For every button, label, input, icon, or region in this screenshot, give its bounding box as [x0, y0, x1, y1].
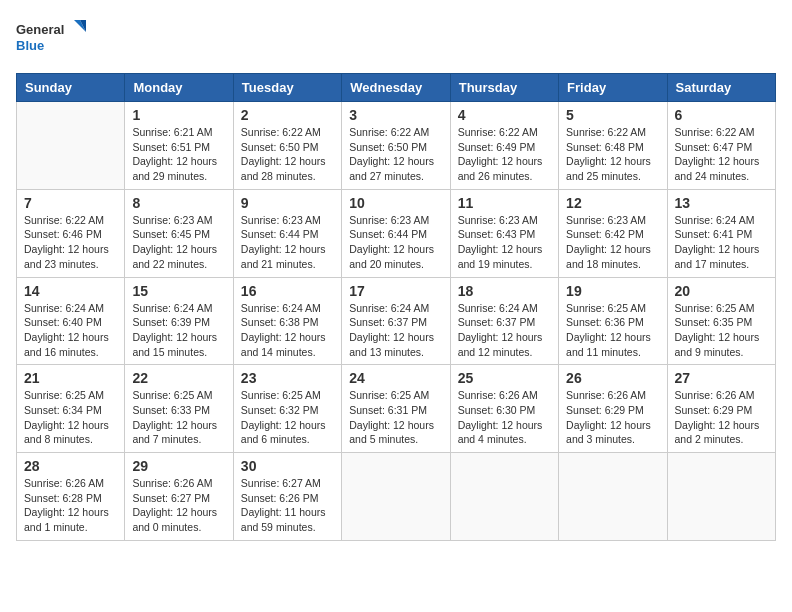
logo: General Blue: [16, 16, 86, 61]
day-number: 18: [458, 283, 551, 299]
calendar-cell: 4Sunrise: 6:22 AM Sunset: 6:49 PM Daylig…: [450, 102, 558, 190]
calendar-cell: 16Sunrise: 6:24 AM Sunset: 6:38 PM Dayli…: [233, 277, 341, 365]
calendar-cell: 7Sunrise: 6:22 AM Sunset: 6:46 PM Daylig…: [17, 189, 125, 277]
day-number: 5: [566, 107, 659, 123]
day-number: 14: [24, 283, 117, 299]
calendar-table: SundayMondayTuesdayWednesdayThursdayFrid…: [16, 73, 776, 541]
day-info: Sunrise: 6:25 AM Sunset: 6:32 PM Dayligh…: [241, 388, 334, 447]
day-info: Sunrise: 6:26 AM Sunset: 6:30 PM Dayligh…: [458, 388, 551, 447]
calendar-cell: 15Sunrise: 6:24 AM Sunset: 6:39 PM Dayli…: [125, 277, 233, 365]
day-header-wednesday: Wednesday: [342, 74, 450, 102]
day-info: Sunrise: 6:24 AM Sunset: 6:39 PM Dayligh…: [132, 301, 225, 360]
day-info: Sunrise: 6:23 AM Sunset: 6:42 PM Dayligh…: [566, 213, 659, 272]
week-row-4: 21Sunrise: 6:25 AM Sunset: 6:34 PM Dayli…: [17, 365, 776, 453]
page-header: General Blue: [16, 16, 776, 61]
day-info: Sunrise: 6:23 AM Sunset: 6:43 PM Dayligh…: [458, 213, 551, 272]
day-header-sunday: Sunday: [17, 74, 125, 102]
calendar-cell: 18Sunrise: 6:24 AM Sunset: 6:37 PM Dayli…: [450, 277, 558, 365]
calendar-cell: 30Sunrise: 6:27 AM Sunset: 6:26 PM Dayli…: [233, 453, 341, 541]
calendar-cell: 28Sunrise: 6:26 AM Sunset: 6:28 PM Dayli…: [17, 453, 125, 541]
day-number: 1: [132, 107, 225, 123]
day-header-saturday: Saturday: [667, 74, 775, 102]
day-info: Sunrise: 6:27 AM Sunset: 6:26 PM Dayligh…: [241, 476, 334, 535]
day-info: Sunrise: 6:22 AM Sunset: 6:47 PM Dayligh…: [675, 125, 768, 184]
calendar-cell: 11Sunrise: 6:23 AM Sunset: 6:43 PM Dayli…: [450, 189, 558, 277]
day-number: 11: [458, 195, 551, 211]
day-info: Sunrise: 6:23 AM Sunset: 6:45 PM Dayligh…: [132, 213, 225, 272]
day-header-monday: Monday: [125, 74, 233, 102]
logo-svg: General Blue: [16, 16, 86, 61]
day-info: Sunrise: 6:24 AM Sunset: 6:37 PM Dayligh…: [458, 301, 551, 360]
day-info: Sunrise: 6:23 AM Sunset: 6:44 PM Dayligh…: [349, 213, 442, 272]
day-header-friday: Friday: [559, 74, 667, 102]
day-info: Sunrise: 6:22 AM Sunset: 6:50 PM Dayligh…: [349, 125, 442, 184]
day-number: 8: [132, 195, 225, 211]
calendar-cell: 3Sunrise: 6:22 AM Sunset: 6:50 PM Daylig…: [342, 102, 450, 190]
day-info: Sunrise: 6:26 AM Sunset: 6:28 PM Dayligh…: [24, 476, 117, 535]
calendar-cell: 25Sunrise: 6:26 AM Sunset: 6:30 PM Dayli…: [450, 365, 558, 453]
day-info: Sunrise: 6:24 AM Sunset: 6:37 PM Dayligh…: [349, 301, 442, 360]
calendar-cell: 17Sunrise: 6:24 AM Sunset: 6:37 PM Dayli…: [342, 277, 450, 365]
calendar-cell: 29Sunrise: 6:26 AM Sunset: 6:27 PM Dayli…: [125, 453, 233, 541]
week-row-1: 1Sunrise: 6:21 AM Sunset: 6:51 PM Daylig…: [17, 102, 776, 190]
day-info: Sunrise: 6:24 AM Sunset: 6:40 PM Dayligh…: [24, 301, 117, 360]
day-number: 30: [241, 458, 334, 474]
day-number: 4: [458, 107, 551, 123]
day-number: 19: [566, 283, 659, 299]
calendar-cell: [450, 453, 558, 541]
week-row-2: 7Sunrise: 6:22 AM Sunset: 6:46 PM Daylig…: [17, 189, 776, 277]
day-number: 21: [24, 370, 117, 386]
day-info: Sunrise: 6:21 AM Sunset: 6:51 PM Dayligh…: [132, 125, 225, 184]
calendar-cell: 13Sunrise: 6:24 AM Sunset: 6:41 PM Dayli…: [667, 189, 775, 277]
day-number: 22: [132, 370, 225, 386]
calendar-cell: 21Sunrise: 6:25 AM Sunset: 6:34 PM Dayli…: [17, 365, 125, 453]
day-number: 12: [566, 195, 659, 211]
day-number: 2: [241, 107, 334, 123]
day-info: Sunrise: 6:25 AM Sunset: 6:33 PM Dayligh…: [132, 388, 225, 447]
day-info: Sunrise: 6:26 AM Sunset: 6:29 PM Dayligh…: [675, 388, 768, 447]
calendar-cell: 8Sunrise: 6:23 AM Sunset: 6:45 PM Daylig…: [125, 189, 233, 277]
day-number: 13: [675, 195, 768, 211]
calendar-cell: [342, 453, 450, 541]
calendar-cell: 9Sunrise: 6:23 AM Sunset: 6:44 PM Daylig…: [233, 189, 341, 277]
day-number: 3: [349, 107, 442, 123]
day-info: Sunrise: 6:24 AM Sunset: 6:38 PM Dayligh…: [241, 301, 334, 360]
calendar-cell: 23Sunrise: 6:25 AM Sunset: 6:32 PM Dayli…: [233, 365, 341, 453]
calendar-cell: [559, 453, 667, 541]
calendar-cell: 12Sunrise: 6:23 AM Sunset: 6:42 PM Dayli…: [559, 189, 667, 277]
svg-text:Blue: Blue: [16, 38, 44, 53]
calendar-cell: 6Sunrise: 6:22 AM Sunset: 6:47 PM Daylig…: [667, 102, 775, 190]
svg-text:General: General: [16, 22, 64, 37]
day-number: 6: [675, 107, 768, 123]
day-header-tuesday: Tuesday: [233, 74, 341, 102]
calendar-cell: 24Sunrise: 6:25 AM Sunset: 6:31 PM Dayli…: [342, 365, 450, 453]
calendar-cell: 26Sunrise: 6:26 AM Sunset: 6:29 PM Dayli…: [559, 365, 667, 453]
calendar-cell: 20Sunrise: 6:25 AM Sunset: 6:35 PM Dayli…: [667, 277, 775, 365]
day-info: Sunrise: 6:25 AM Sunset: 6:31 PM Dayligh…: [349, 388, 442, 447]
day-number: 9: [241, 195, 334, 211]
day-number: 25: [458, 370, 551, 386]
day-number: 7: [24, 195, 117, 211]
day-info: Sunrise: 6:26 AM Sunset: 6:29 PM Dayligh…: [566, 388, 659, 447]
calendar-cell: [17, 102, 125, 190]
day-info: Sunrise: 6:22 AM Sunset: 6:46 PM Dayligh…: [24, 213, 117, 272]
day-info: Sunrise: 6:25 AM Sunset: 6:34 PM Dayligh…: [24, 388, 117, 447]
week-row-3: 14Sunrise: 6:24 AM Sunset: 6:40 PM Dayli…: [17, 277, 776, 365]
calendar-cell: 2Sunrise: 6:22 AM Sunset: 6:50 PM Daylig…: [233, 102, 341, 190]
day-number: 28: [24, 458, 117, 474]
day-number: 24: [349, 370, 442, 386]
day-number: 17: [349, 283, 442, 299]
day-info: Sunrise: 6:25 AM Sunset: 6:36 PM Dayligh…: [566, 301, 659, 360]
calendar-cell: 1Sunrise: 6:21 AM Sunset: 6:51 PM Daylig…: [125, 102, 233, 190]
day-number: 16: [241, 283, 334, 299]
day-info: Sunrise: 6:22 AM Sunset: 6:50 PM Dayligh…: [241, 125, 334, 184]
day-number: 26: [566, 370, 659, 386]
calendar-cell: 27Sunrise: 6:26 AM Sunset: 6:29 PM Dayli…: [667, 365, 775, 453]
calendar-cell: 14Sunrise: 6:24 AM Sunset: 6:40 PM Dayli…: [17, 277, 125, 365]
calendar-cell: 5Sunrise: 6:22 AM Sunset: 6:48 PM Daylig…: [559, 102, 667, 190]
calendar-cell: 10Sunrise: 6:23 AM Sunset: 6:44 PM Dayli…: [342, 189, 450, 277]
day-info: Sunrise: 6:25 AM Sunset: 6:35 PM Dayligh…: [675, 301, 768, 360]
day-number: 15: [132, 283, 225, 299]
calendar-cell: [667, 453, 775, 541]
day-number: 27: [675, 370, 768, 386]
